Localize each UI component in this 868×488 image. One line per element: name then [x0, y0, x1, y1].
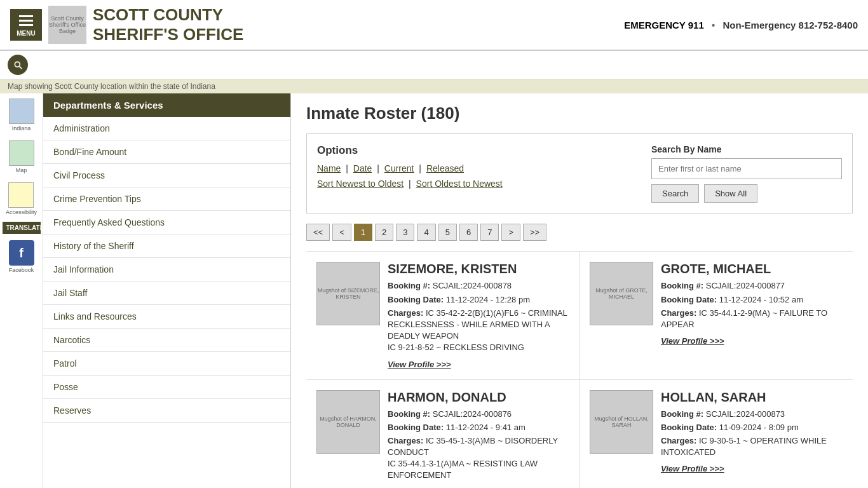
mugshot-grote: Mugshot of GROTE, MICHAEL: [590, 262, 653, 325]
inmate-info-grote: GROTE, MICHAEL Booking #: SCJAIL:2024-00…: [661, 262, 843, 369]
inmate-info-hollan: HOLLAN, SARAH Booking #: SCJAIL:2024-000…: [661, 390, 843, 489]
page-next-btn[interactable]: >: [501, 224, 520, 241]
nav-item-jail-info[interactable]: Jail Information: [43, 258, 290, 281]
sort-released-link[interactable]: Released: [426, 163, 464, 173]
inmate-charges-grote: Charges: IC 35-44.1-2-9(MA) ~ FAILURE TO…: [661, 308, 843, 330]
inmate-booking-date-hollan: Booking Date: 11-09-2024 - 8:09 pm: [661, 422, 843, 433]
inmate-name-sizemore: SIZEMORE, KRISTEN: [388, 262, 569, 276]
sheriff-badge: Scott County Sheriff's Office Badge: [48, 6, 86, 44]
nav-item-links[interactable]: Links and Resources: [43, 305, 290, 329]
site-header: MENU Scott County Sheriff's Office Badge…: [0, 0, 868, 51]
map-icon-item[interactable]: Map: [8, 138, 36, 176]
non-emergency-label: Non-Emergency 812-752-8400: [722, 20, 858, 30]
sort-current-link[interactable]: Current: [384, 163, 414, 173]
top-search-bar: [0, 51, 868, 79]
emergency-info: EMERGENCY 911 • Non-Emergency 812-752-84…: [624, 20, 858, 30]
dept-header[interactable]: Departments & Services: [43, 93, 290, 117]
view-profile-grote[interactable]: View Profile >>>: [661, 336, 724, 346]
page-3-btn[interactable]: 3: [396, 224, 414, 241]
view-profile-hollan[interactable]: View Profile >>>: [661, 464, 724, 473]
inmate-card-sizemore: Mugshot of SIZEMORE, KRISTEN SIZEMORE, K…: [306, 252, 580, 379]
show-all-button[interactable]: Show All: [704, 184, 757, 203]
menu-button[interactable]: MENU: [10, 9, 42, 41]
nav-item-patrol[interactable]: Patrol: [43, 352, 290, 376]
mugshot-harmon: Mugshot of HARMON, DONALD: [316, 390, 380, 454]
inmate-charges-harmon: Charges: IC 35-45-1-3(A)MB ~ DISORDERLY …: [388, 435, 569, 482]
menu-label: MENU: [15, 30, 37, 37]
indiana-map-icon[interactable]: Indiana: [8, 96, 36, 134]
nav-item-posse[interactable]: Posse: [43, 376, 290, 399]
search-icon: [13, 60, 23, 70]
nav-sidebar: Departments & Services Administration Bo…: [43, 93, 291, 488]
mugshot-hollan: Mugshot of HOLLAN, SARAH: [590, 390, 653, 454]
sort-oldest-link[interactable]: Sort Oldest to Newest: [416, 179, 503, 189]
options-links: Name | Date | Current | Released: [317, 163, 639, 173]
nav-item-crime-prevention[interactable]: Crime Prevention Tips: [43, 187, 290, 211]
nav-item-civil-process[interactable]: Civil Process: [43, 164, 290, 187]
sort-name-link[interactable]: Name: [317, 163, 341, 173]
inmate-booking-num-harmon: Booking #: SCJAIL:2024-000876: [388, 409, 569, 420]
inmate-card-harmon: Mugshot of HARMON, DONALD HARMON, DONALD…: [306, 380, 580, 489]
accessibility-icon-item[interactable]: Accessibility: [4, 180, 38, 218]
page-6-btn[interactable]: 6: [459, 224, 478, 241]
emergency-label: EMERGENCY 911: [624, 20, 704, 30]
facebook-icon-item[interactable]: f Facebook: [8, 238, 36, 276]
view-profile-sizemore[interactable]: View Profile >>>: [388, 360, 451, 369]
inmate-name-harmon: HARMON, DONALD: [388, 390, 569, 405]
inmate-info-harmon: HARMON, DONALD Booking #: SCJAIL:2024-00…: [388, 390, 569, 489]
inmate-name-grote: GROTE, MICHAEL: [661, 262, 843, 276]
inmate-charges-hollan: Charges: IC 9-30-5-1 ~ OPERATING WHILE I…: [661, 435, 843, 458]
options-sort: Sort Newest to Oldest | Sort Oldest to N…: [317, 179, 639, 189]
inmate-booking-date-sizemore: Booking Date: 11-12-2024 - 12:28 pm: [388, 294, 569, 306]
translate-button[interactable]: TRANSLATE: [3, 222, 41, 234]
page-7-btn[interactable]: 7: [480, 224, 499, 241]
page-title: Inmate Roster (180): [306, 104, 853, 123]
inmate-charges-sizemore: Charges: IC 35-42-2-2(B)(1)(A)FL6 ~ CRIM…: [388, 308, 569, 354]
nav-item-faq[interactable]: Frequently Asked Questions: [43, 211, 290, 234]
inmate-grid: Mugshot of SIZEMORE, KRISTEN SIZEMORE, K…: [306, 251, 853, 488]
options-box: Options Name | Date | Current | Released…: [306, 133, 853, 214]
search-name-label: Search By Name: [651, 144, 842, 154]
inmate-name-hollan: HOLLAN, SARAH: [661, 390, 843, 405]
nav-item-reserves[interactable]: Reserves: [43, 399, 290, 423]
inmate-info-sizemore: SIZEMORE, KRISTEN Booking #: SCJAIL:2024…: [388, 262, 569, 369]
inmate-booking-num-hollan: Booking #: SCJAIL:2024-000873: [661, 409, 843, 420]
page-last-btn[interactable]: >>: [523, 224, 546, 241]
inmate-card-grote: Mugshot of GROTE, MICHAEL GROTE, MICHAEL…: [580, 252, 853, 379]
nav-item-narcotics[interactable]: Narcotics: [43, 329, 290, 352]
mugshot-sizemore: Mugshot of SIZEMORE, KRISTEN: [316, 262, 380, 325]
page-prev-btn[interactable]: <: [332, 224, 351, 241]
search-name-input[interactable]: [651, 158, 842, 179]
inmate-booking-date-harmon: Booking Date: 11-12-2024 - 9:41 am: [388, 422, 569, 433]
inmate-booking-num-sizemore: Booking #: SCJAIL:2024-000878: [388, 280, 569, 292]
inmate-booking-date-grote: Booking Date: 11-12-2024 - 10:52 am: [661, 294, 843, 306]
page-4-btn[interactable]: 4: [417, 224, 435, 241]
nav-item-bond[interactable]: Bond/Fine Amount: [43, 140, 290, 164]
inmate-booking-num-grote: Booking #: SCJAIL:2024-000877: [661, 280, 843, 292]
options-title: Options: [317, 144, 639, 157]
page-2-btn[interactable]: 2: [375, 224, 393, 241]
left-icons-panel: Indiana Map Accessibility TRANSLATE f Fa…: [0, 93, 43, 488]
site-title-line1: SCOTT COUNTY: [93, 5, 243, 25]
header-separator: •: [712, 20, 715, 30]
nav-item-history[interactable]: History of the Sheriff: [43, 234, 290, 258]
site-title-line2: SHERIFF'S OFFICE: [93, 25, 243, 44]
sort-newest-link[interactable]: Sort Newest to Oldest: [317, 179, 403, 189]
search-button[interactable]: Search: [651, 184, 699, 203]
search-name-box: Search By Name Search Show All: [651, 144, 842, 203]
map-banner: Map showing Scott County location within…: [0, 79, 868, 93]
nav-item-jail-staff[interactable]: Jail Staff: [43, 281, 290, 305]
facebook-icon: f: [9, 240, 34, 266]
sort-date-link[interactable]: Date: [353, 163, 372, 173]
inmate-card-hollan: Mugshot of HOLLAN, SARAH HOLLAN, SARAH B…: [580, 380, 853, 489]
hamburger-icon: [15, 13, 37, 29]
search-buttons: Search Show All: [651, 184, 842, 203]
pagination: << < 1 2 3 4 5 6 7 > >>: [306, 224, 853, 241]
main-content: Inmate Roster (180) Options Name | Date …: [291, 93, 868, 488]
search-icon-button[interactable]: [8, 55, 28, 75]
page-1-btn[interactable]: 1: [354, 224, 372, 241]
nav-item-administration[interactable]: Administration: [43, 117, 290, 140]
page-first-btn[interactable]: <<: [306, 224, 330, 241]
page-5-btn[interactable]: 5: [438, 224, 457, 241]
